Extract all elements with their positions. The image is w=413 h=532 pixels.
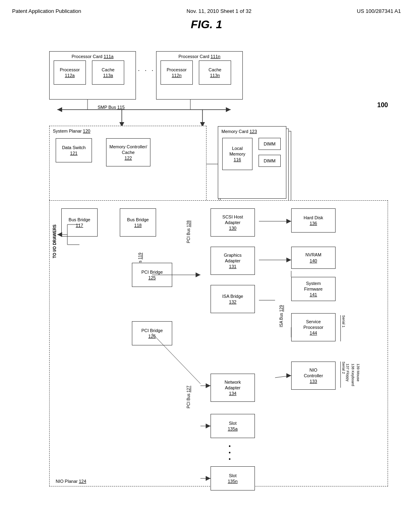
- slot-135a: Slot135a: [211, 414, 255, 438]
- keyboard-label: 138 Keyboard: [351, 364, 355, 386]
- diagram: 100 Processor Card 111a Processor112a Ca…: [17, 39, 396, 503]
- nvram: NVRAM140: [291, 247, 336, 269]
- memory-controller: Memory Controller/Cache122: [106, 138, 150, 166]
- proc-card-a-label: Processor Card 111a: [50, 54, 136, 59]
- slot-135n: Slot135n: [211, 466, 255, 490]
- slot-dots: •••: [229, 443, 231, 462]
- memory-card: Memory Card 123 LocalMemory116 DIMM DIMM: [218, 126, 286, 199]
- isa-bus-129-label: ISA Bus 129: [279, 305, 284, 327]
- system-planar: System Planar 120 Data Switch121 Memory …: [49, 126, 206, 204]
- svg-marker-1: [57, 107, 62, 112]
- header-left: Patent Application Publication: [12, 8, 81, 14]
- processor-card-n: Processor Card 111n Processor112n Cache1…: [156, 51, 243, 100]
- header-right: US 100/287341 A1: [357, 8, 401, 14]
- nio-planar-label: NIO Planar 124: [56, 478, 86, 484]
- pci-bus-128-label: PCI Bus 128: [186, 220, 191, 243]
- svg-marker-2: [226, 107, 231, 112]
- nio-controller: NIOController133: [291, 362, 336, 390]
- page-header: Patent Application Publication Nov. 11, …: [12, 8, 401, 14]
- graphics-adapter: GraphicsAdapter131: [211, 247, 255, 275]
- proc-card-n-label: Processor Card 111n: [156, 54, 242, 59]
- dimm1: DIMM: [259, 138, 281, 150]
- isa-bridge: ISA Bridge132: [211, 285, 255, 313]
- data-switch: Data Switch121: [56, 138, 92, 162]
- header-center: Nov. 11, 2010 Sheet 1 of 32: [187, 8, 252, 14]
- cache-113a: Cache113a: [92, 60, 124, 85]
- service-processor: ServiceProcessor144: [291, 313, 336, 341]
- svg-marker-58: [57, 232, 62, 237]
- dimm2: DIMM: [259, 155, 281, 167]
- dots-separator: . . .: [138, 65, 155, 73]
- reference-100: 100: [377, 102, 388, 109]
- system-firmware: SystemFirmware141: [291, 277, 336, 301]
- pci-bridge-126: PCI Bridge126: [132, 321, 172, 345]
- system-planar-label: System Planar 120: [53, 128, 90, 134]
- smp-bus-label: SMP Bus 115: [98, 105, 125, 110]
- figure-title: FIG. 1: [12, 18, 401, 31]
- serial1-label: Serial 1: [340, 315, 346, 341]
- pci-bridge-125: PCI Bridge125: [132, 263, 172, 287]
- hard-disk: Hard Disk136: [291, 208, 336, 233]
- cache-113n: Cache113n: [199, 60, 231, 85]
- pci-bus-127-label: PCI Bus 127: [186, 386, 191, 408]
- processor-112n: Processor112n: [161, 60, 193, 85]
- nio-planar: NIO Planar 124: [49, 200, 388, 486]
- floppy-label: 137 Floppy: [346, 364, 350, 382]
- serial2-label: Serial 2: [340, 362, 346, 388]
- memory-card-label: Memory Card 123: [221, 129, 257, 134]
- processor-112a: Processor112a: [54, 60, 86, 85]
- bus-bridge-118: Bus Bridge118: [120, 208, 156, 237]
- network-adapter: NetworkAdapter134: [211, 374, 255, 402]
- scsi-host-adapter: SCSI HostAdapter130: [211, 208, 255, 237]
- processor-card-a: Processor Card 111a Processor112a Cache1…: [49, 51, 136, 100]
- local-memory: LocalMemory116: [222, 138, 252, 170]
- mouse-label: 139 Mouse: [356, 364, 360, 382]
- io-drawers-bracket: [55, 220, 88, 253]
